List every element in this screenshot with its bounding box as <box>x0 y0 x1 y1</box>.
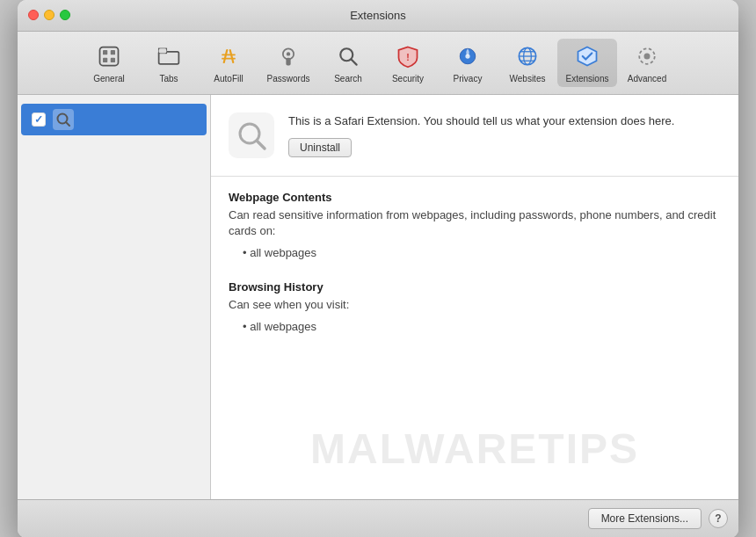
extension-icon <box>229 112 274 158</box>
svg-rect-1 <box>103 50 107 54</box>
toolbar-item-security[interactable]: ! Security <box>378 39 438 87</box>
maximize-button[interactable] <box>60 10 70 20</box>
toolbar-item-passwords[interactable]: Passwords <box>258 39 318 87</box>
tabs-label: Tabs <box>159 74 178 83</box>
permission-group-history: Browsing History Can see when you visit:… <box>229 280 721 337</box>
permission-group-webpage: Webpage Contents Can read sensitive info… <box>229 191 721 264</box>
main-content: ✓ MALWARETIPS <box>18 95 738 499</box>
sidebar-item-search-ext[interactable]: ✓ <box>21 104 207 135</box>
toolbar-item-websites[interactable]: Websites <box>498 39 557 87</box>
svg-text:!: ! <box>406 52 410 62</box>
extensions-label: Extensions <box>566 74 609 83</box>
svg-point-22 <box>644 53 651 59</box>
bottom-bar: More Extensions... ? <box>18 499 738 538</box>
toolbar: General Tabs Au <box>18 32 738 95</box>
general-icon <box>95 42 123 70</box>
websites-label: Websites <box>510 74 546 83</box>
minimize-button[interactable] <box>44 10 55 20</box>
uninstall-button[interactable]: Uninstall <box>288 138 352 157</box>
permission-title-webpage: Webpage Contents <box>229 191 721 204</box>
websites-icon <box>513 42 542 70</box>
autofill-label: AutoFill <box>214 74 243 83</box>
privacy-label: Privacy <box>454 74 483 83</box>
more-extensions-button[interactable]: More Extensions... <box>588 508 701 529</box>
extensions-icon <box>573 42 601 70</box>
svg-rect-7 <box>159 48 167 53</box>
safari-preferences-window: Extensions General <box>18 0 738 537</box>
advanced-label: Advanced <box>628 74 666 83</box>
svg-rect-0 <box>100 47 119 65</box>
help-button[interactable]: ? <box>709 509 728 528</box>
autofill-icon <box>214 42 243 70</box>
toolbar-item-advanced[interactable]: Advanced <box>617 39 677 87</box>
svg-line-25 <box>66 122 69 126</box>
close-button[interactable] <box>28 10 39 20</box>
search-label: Search <box>334 74 362 83</box>
check-icon: ✓ <box>34 113 43 126</box>
toolbar-item-extensions[interactable]: Extensions <box>557 39 617 87</box>
security-icon: ! <box>394 42 422 70</box>
svg-line-12 <box>352 59 357 64</box>
svg-point-15 <box>465 54 469 58</box>
toolbar-item-tabs[interactable]: Tabs <box>139 39 199 87</box>
search-toolbar-icon <box>334 42 362 70</box>
extension-sidebar-icon <box>53 109 74 130</box>
extension-description: This is a Safari Extension. You should t… <box>288 112 721 130</box>
toolbar-item-privacy[interactable]: Privacy <box>438 39 498 87</box>
extension-checkbox[interactable]: ✓ <box>32 112 46 127</box>
svg-rect-3 <box>103 57 107 62</box>
passwords-label: Passwords <box>267 74 310 83</box>
traffic-lights <box>28 10 70 20</box>
advanced-icon <box>633 42 661 70</box>
privacy-icon <box>454 42 482 70</box>
svg-line-27 <box>257 141 265 149</box>
sidebar: ✓ <box>18 95 211 499</box>
toolbar-item-search[interactable]: Search <box>318 39 378 87</box>
general-label: General <box>93 74 125 83</box>
window-title: Extensions <box>350 9 406 22</box>
svg-point-10 <box>287 52 290 55</box>
tabs-icon <box>155 42 183 70</box>
svg-rect-2 <box>111 50 115 54</box>
security-label: Security <box>392 74 424 83</box>
toolbar-item-autofill[interactable]: AutoFill <box>199 39 258 87</box>
permission-desc-webpage: Can read sensitive information from webp… <box>229 207 721 239</box>
permission-item-webpage-0: • all webpages <box>243 243 721 263</box>
permission-item-history-0: • all webpages <box>243 316 721 337</box>
detail-content: This is a Safari Extension. You should t… <box>211 95 738 369</box>
permission-desc-history: Can see when you visit: <box>229 297 721 313</box>
watermark: MALWARETIPS <box>310 425 639 473</box>
title-bar: Extensions <box>18 0 738 32</box>
toolbar-item-general[interactable]: General <box>79 39 139 87</box>
svg-rect-4 <box>111 57 115 62</box>
svg-marker-21 <box>578 47 597 65</box>
extension-info: This is a Safari Extension. You should t… <box>288 112 721 158</box>
extension-header: This is a Safari Extension. You should t… <box>211 95 738 177</box>
passwords-icon <box>274 42 302 70</box>
svg-rect-9 <box>286 57 290 65</box>
detail-panel: MALWARETIPS This is a Safari Extension. … <box>211 95 738 499</box>
permissions-section: Webpage Contents Can read sensitive info… <box>211 177 738 369</box>
permission-title-history: Browsing History <box>229 280 721 294</box>
